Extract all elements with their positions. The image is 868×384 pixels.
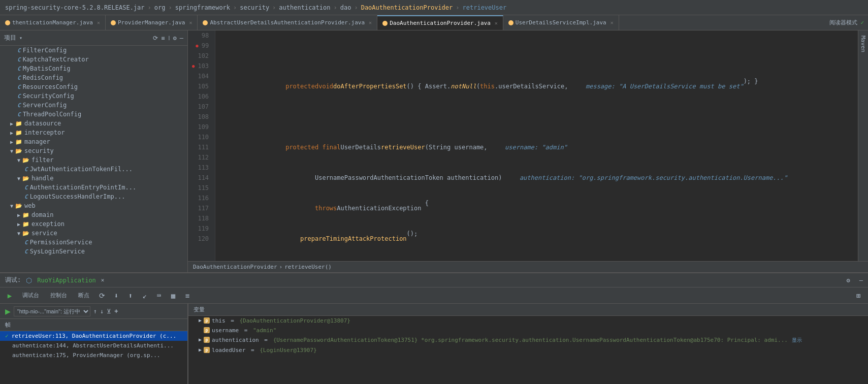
tab-close-pm[interactable]: ✕ — [189, 20, 192, 25]
tab-label-authman: thenticationManager.java — [12, 19, 93, 26]
sidebar-item-web-folder[interactable]: ▼ 📂 web — [0, 201, 187, 210]
sidebar-item-kaptcha[interactable]: C KaptchaTextCreator — [0, 55, 187, 64]
sidebar-item-domain-folder[interactable]: ▶ 📁 domain — [0, 210, 187, 219]
frame-item-2[interactable]: authenticate:175, ProviderManager (org.s… — [0, 350, 187, 360]
sidebar-item-security-folder[interactable]: ▼ 📂 security — [0, 146, 187, 155]
var-item-username[interactable]: ▶ p username = "admin" — [188, 326, 868, 335]
line-105: 105 — [192, 81, 211, 91]
line-114: 114 — [192, 173, 211, 183]
sidebar-item-service-folder[interactable]: ▼ 📂 service — [0, 229, 187, 238]
tab-icon-pm — [111, 20, 116, 25]
var-show-link[interactable]: 显示 — [792, 337, 802, 344]
debug-minimize-icon[interactable]: — — [859, 277, 863, 284]
breadcrumb-sep4: › — [272, 4, 276, 11]
sidebar-item-server[interactable]: C ServerConfig — [0, 101, 187, 110]
tab-close-dao[interactable]: ✕ — [495, 20, 498, 26]
class-icon-mybatis: C — [17, 66, 21, 72]
var-arrow-this[interactable]: ▶ — [199, 317, 202, 323]
folder-icon-exception: 📁 — [22, 221, 29, 228]
debug-settings-icon[interactable]: ⚙ — [847, 277, 850, 284]
var-eq-this: = — [228, 317, 238, 324]
sidebar-item-threadpool[interactable]: C ThreadPoolConfig — [0, 110, 187, 119]
line-103: ● 103 — [192, 61, 211, 71]
frame-item-0[interactable]: ✓ retrieveUser:113, DaoAuthenticationPro… — [0, 331, 187, 341]
debug-header: 调试: ⬡ RuoYiApplication ✕ ⚙ — — [0, 273, 868, 287]
debug-tab-output[interactable]: 控制台 — [46, 290, 71, 301]
toolbar-expand-icon[interactable]: ⁞ — [168, 35, 170, 42]
tab-close-authman[interactable]: ✕ — [97, 20, 100, 25]
thread-nav-down[interactable]: ↓ — [100, 308, 104, 315]
debug-run-name: RuoYiApplication — [37, 277, 96, 284]
dropdown-icon[interactable]: ▾ — [19, 35, 22, 41]
debug-run-to-cursor-btn[interactable]: ↙ — [139, 290, 150, 301]
debug-evaluate-btn[interactable]: ⌨ — [153, 290, 165, 301]
code-container: 98 ● 99 102 ● 103 104 105 106 10 — [188, 30, 868, 261]
tab-close-aud[interactable]: ✕ — [369, 20, 372, 25]
var-arrow-username[interactable]: ▶ — [199, 327, 202, 333]
thread-selector[interactable]: "http-nio-..."main": 运行中 — [14, 306, 90, 316]
thread-filter[interactable]: ⊻ — [107, 308, 111, 315]
tab-userdetailsserviceimpl[interactable]: UserDetailsServiceImpl.java ✕ — [503, 15, 619, 30]
sidebar-item-label: JwtAuthenticationTokenFil... — [30, 166, 133, 173]
tab-close-udsi[interactable]: ✕ — [610, 20, 614, 25]
breadcrumb-authentication: authentication — [279, 4, 330, 11]
frames-label: 帧 — [0, 319, 187, 331]
sidebar-item-exception-folder[interactable]: ▶ 📁 exception — [0, 219, 187, 229]
debug-table-btn[interactable]: ▦ — [168, 290, 179, 301]
debug-tab-console[interactable]: 调试台 — [18, 290, 43, 301]
toolbar-sync-icon[interactable]: ⟳ — [153, 35, 158, 42]
debug-step-over-btn[interactable]: ⟳ — [97, 290, 108, 301]
sidebar-item-permissionservice[interactable]: C PermissionService — [0, 238, 187, 247]
reader-mode-btn[interactable]: 阅读器模式 — [829, 19, 857, 26]
tab-providermanager[interactable]: ProviderManager.java ✕ — [106, 15, 198, 30]
var-item-authentication[interactable]: ▶ p authentication = {UsernamePasswordAu… — [188, 335, 868, 345]
tab-label-udsi: UserDetailsServiceImpl.java — [516, 19, 606, 26]
sidebar-item-jwtfilter[interactable]: C JwtAuthenticationTokenFil... — [0, 165, 187, 174]
var-arrow-loadeduser[interactable]: ▶ — [199, 347, 202, 353]
var-item-this[interactable]: ▶ p this = {DaoAuthenticationProvider@13… — [188, 316, 868, 326]
debug-resume-btn[interactable]: ▶ — [4, 290, 15, 301]
sidebar-item-mybatis[interactable]: C MyBatisConfig — [0, 64, 187, 73]
sidebar-item-sysloginservice[interactable]: C SysLoginService — [0, 247, 187, 256]
var-name-username: username — [212, 327, 239, 334]
debug-run-close[interactable]: ✕ — [101, 277, 105, 283]
debug-restore-btn[interactable]: ≡ — [182, 290, 193, 301]
arrow-icon-interceptor: ▶ — [10, 130, 13, 136]
tab-daoauthenticationprovider[interactable]: DaoAuthenticationProvider.java ✕ — [377, 15, 503, 30]
var-arrow-authentication[interactable]: ▶ — [199, 337, 202, 342]
sidebar-item-filter-folder[interactable]: ▼ 📂 filter — [0, 155, 187, 165]
code-lines: protected void doAfterPropertiesSet() { … — [215, 30, 858, 261]
debug-step-into-btn[interactable]: ⬇ — [111, 290, 122, 301]
sidebar-item-datasource[interactable]: ▶ 📁 datasource — [0, 119, 187, 128]
tab-authenticationmanager[interactable]: thenticationManager.java ✕ — [0, 15, 106, 30]
debug-step-out-btn[interactable]: ⬆ — [125, 290, 136, 301]
sidebar-item-resources[interactable]: C ResourcesConfig — [0, 82, 187, 91]
breadcrumb-jar: spring-security-core-5.2.8.RELEASE.jar — [5, 4, 145, 11]
toolbar-minimize-icon[interactable]: — — [180, 35, 183, 42]
line-112: 112 — [192, 152, 211, 163]
line-109: 109 — [192, 122, 211, 132]
line-108: 108 — [192, 112, 211, 122]
sidebar-item-authentry[interactable]: C AuthenticationEntryPointIm... — [0, 183, 187, 192]
tab-abstractuserdetails[interactable]: AbstractUserDetailsAuthenticationProvide… — [198, 15, 377, 30]
sidebar-item-filterconfig[interactable]: C FilterConfig — [0, 46, 187, 55]
sidebar-item-label: RedisConfig — [23, 74, 63, 81]
debug-tab-breakpoints[interactable]: 断点 — [74, 290, 93, 301]
sidebar-item-redis[interactable]: C RedisConfig — [0, 73, 187, 82]
thread-nav-up[interactable]: ↑ — [93, 308, 97, 315]
toolbar-settings-icon[interactable]: ⚙ — [173, 35, 177, 42]
maven-sidebar[interactable]: Maven — [858, 30, 868, 261]
sidebar-item-manager[interactable]: ▶ 📁 manager — [0, 137, 187, 146]
frame-item-1[interactable]: authenticate:144, AbstractUserDetailsAut… — [0, 341, 187, 350]
line-111: 111 — [192, 142, 211, 152]
sidebar-item-security-config[interactable]: C SecurityConfig — [0, 91, 187, 101]
var-item-loadeduser[interactable]: ▶ p loadedUser = {LoginUser@13907} — [188, 345, 868, 355]
class-icon-redis: C — [17, 75, 21, 81]
line-104: 104 — [192, 71, 211, 81]
debug-layout-btn[interactable]: ⊞ — [853, 290, 864, 301]
thread-add[interactable]: + — [114, 308, 118, 315]
sidebar-item-handle-folder[interactable]: ▼ 📂 handle — [0, 174, 187, 183]
sidebar-item-logout[interactable]: C LogoutSuccessHandlerImp... — [0, 192, 187, 201]
sidebar-item-interceptor[interactable]: ▶ 📁 interceptor — [0, 128, 187, 137]
toolbar-collapse-icon[interactable]: ≡ — [161, 35, 165, 42]
